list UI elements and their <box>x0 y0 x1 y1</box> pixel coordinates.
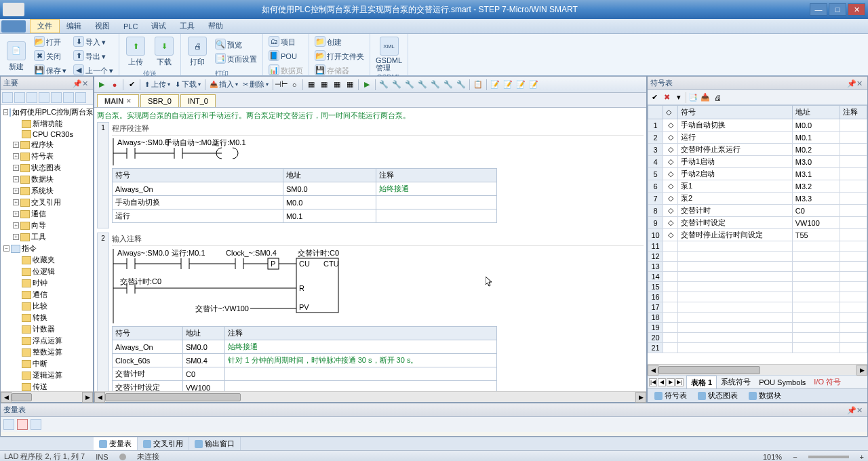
tree-tool-2[interactable] <box>14 92 25 103</box>
ladder-area[interactable]: 两台泵。实现两台泵的自动运行和手动运行。两台泵定时交替运行，同一时间不能运行两台… <box>94 108 646 391</box>
run-button[interactable]: ▶ <box>96 79 108 91</box>
tree-item[interactable]: 转换 <box>2 312 92 323</box>
tree-item[interactable]: 计数器 <box>2 323 92 335</box>
symbol-row[interactable]: 2◇运行M0.1 <box>648 132 867 144</box>
tree-item[interactable]: −如何使用PLC控制两台泵并且 <box>2 106 92 118</box>
ladder-content[interactable]: 两台泵。实现两台泵的自动运行和手动运行。两台泵定时交替运行，同一时间不能运行两台… <box>94 108 646 391</box>
tree-hscroll[interactable]: ◀▶ <box>1 391 93 402</box>
editor-hscroll[interactable]: ◀▶ <box>94 391 646 402</box>
compile-button[interactable]: ✔ <box>125 79 138 91</box>
tb-coil-icon[interactable]: ○ <box>288 79 300 91</box>
toolbar-download[interactable]: ⬇下载▾ <box>173 79 203 89</box>
datapage-button[interactable]: 📊数据页 <box>266 64 306 77</box>
symbol-row[interactable]: 6◇泵1M3.2 <box>648 180 867 193</box>
pagesetup-button[interactable]: 📑页面设置 <box>212 52 260 66</box>
tree-item[interactable]: 收藏夹 <box>2 254 92 266</box>
zoom-in-button[interactable]: + <box>860 453 864 461</box>
panel-pin-icon[interactable]: 📌 <box>847 406 855 414</box>
symbol-row[interactable]: 9◇交替计时设定VW100 <box>648 217 867 229</box>
symbol-row[interactable]: 15 <box>648 282 867 292</box>
tree-item[interactable]: +符号表 <box>2 151 92 162</box>
nav-prev[interactable]: ◀ <box>658 378 666 386</box>
tree-tool-6[interactable] <box>63 92 74 103</box>
symbol-row[interactable]: 21 <box>648 343 867 353</box>
symbol-row[interactable]: 5◇手动2启动M3.1 <box>648 168 867 180</box>
tree-item[interactable]: 比较 <box>2 300 92 312</box>
menu-debug[interactable]: 调试 <box>144 20 173 33</box>
nav-first[interactable]: |◀ <box>649 378 657 386</box>
tree-item[interactable]: CPU CR30s <box>2 129 92 139</box>
tab-table1[interactable]: 表格 1 <box>686 376 717 389</box>
close-file-button[interactable]: ✖关闭 <box>31 49 69 63</box>
memory-button[interactable]: 💾存储器 <box>312 64 367 77</box>
menu-file[interactable]: 文件 <box>30 19 60 33</box>
tab-system-symbols[interactable]: 系统符号 <box>717 376 755 388</box>
tree-item[interactable]: +通信 <box>2 208 92 220</box>
menu-plc[interactable]: PLC <box>117 21 144 32</box>
symbol-row[interactable]: 14 <box>648 272 867 282</box>
project-tree[interactable]: −如何使用PLC控制两台泵并且新增功能CPU CR30s+程序块+符号表+状态图… <box>1 105 93 391</box>
tree-item[interactable]: 逻辑运算 <box>2 369 92 381</box>
symbol-row[interactable]: 17 <box>648 302 867 313</box>
tb-icon-17[interactable]: 📝 <box>528 79 540 91</box>
tb-icon-7[interactable]: 🔧 <box>391 79 403 91</box>
tb-icon-5[interactable]: ▶ <box>361 79 373 91</box>
tree-item[interactable]: 整数运算 <box>2 346 92 358</box>
sym-tool-6[interactable]: 🖨 <box>712 92 723 103</box>
symbol-row[interactable]: 10◇交替时停止运行时间设定T55 <box>648 229 867 241</box>
tree-tool-1[interactable] <box>2 92 13 103</box>
symbol-row[interactable]: 18 <box>648 313 867 323</box>
upload-button[interactable]: ⬆上传 <box>122 35 149 68</box>
symbol-row[interactable]: 3◇交替时停止泵运行M0.2 <box>648 144 867 156</box>
symbol-row[interactable]: 4◇手动1启动M3.0 <box>648 156 867 168</box>
tab-io-symbols[interactable]: I/O 符号 <box>810 376 845 388</box>
save-button[interactable]: 💾保存 ▾ <box>31 64 69 77</box>
tree-item[interactable]: +数据块 <box>2 174 92 185</box>
sym-tool-1[interactable]: ✔ <box>649 92 660 103</box>
import-button[interactable]: ⬇导入 ▾ <box>71 35 116 49</box>
tree-item[interactable]: 浮点运算 <box>2 335 92 346</box>
tb-icon-13[interactable]: 📋 <box>472 79 484 91</box>
ladder-rung[interactable]: Always~:SM0.0运行:M0.1Clock_~:SM0.4P交替计时:C… <box>112 249 492 323</box>
sym-tool-4[interactable]: 📑 <box>688 92 698 103</box>
tb-icon-4[interactable]: ▦ <box>344 79 356 91</box>
btab-crossref[interactable]: 交叉引用 <box>138 437 189 450</box>
editor-tab[interactable]: INT_0 <box>180 94 216 107</box>
download-button[interactable]: ⬇下载 <box>151 35 178 68</box>
tree-item[interactable]: 中断 <box>2 358 92 369</box>
tb-icon-11[interactable]: 🔧 <box>442 79 454 91</box>
btab-vartable[interactable]: 变量表 <box>94 437 138 450</box>
toolbar-insert[interactable]: 📥插入▾ <box>208 79 240 89</box>
tree-tool-5[interactable] <box>51 92 62 103</box>
nav-next[interactable]: ▶ <box>667 378 675 386</box>
toolbar-upload[interactable]: ⬆上传▾ <box>142 79 172 89</box>
btab-output[interactable]: 输出窗口 <box>189 437 241 450</box>
preview-button[interactable]: 🔍预览 <box>212 38 260 52</box>
nav-last[interactable]: ▶| <box>675 378 684 386</box>
gsdml-button[interactable]: XMLGSDML 管理 <box>373 35 405 73</box>
sym-tool-3[interactable]: ▾ <box>673 92 684 103</box>
tb-icon-6[interactable]: 🔧 <box>378 79 390 91</box>
tree-item[interactable]: 通信 <box>2 289 92 300</box>
prev-button[interactable]: ◀上一个 ▾ <box>71 64 116 77</box>
tree-item[interactable]: −指令 <box>2 243 92 254</box>
btab-status[interactable]: 状态图表 <box>694 389 742 402</box>
new-button[interactable]: 📄 新建 <box>3 40 30 73</box>
network-comment[interactable]: 输入注释 <box>112 233 644 246</box>
create-button[interactable]: 📁创建 <box>312 35 367 49</box>
symbol-row[interactable]: 20 <box>648 333 867 343</box>
project-button[interactable]: 🗂项目 <box>266 35 306 49</box>
tree-item[interactable]: +系统块 <box>2 185 92 197</box>
symbol-row[interactable]: 12 <box>648 252 867 262</box>
openfolder-button[interactable]: 📂打开文件夹 <box>312 49 367 63</box>
symbol-row[interactable]: 8◇交替计时C0 <box>648 205 867 217</box>
tree-item[interactable]: +交叉引用 <box>2 197 92 208</box>
editor-tab[interactable]: SBR_0 <box>140 94 179 107</box>
panel-pin-icon[interactable]: 📌 <box>73 79 81 87</box>
tree-tool-7[interactable] <box>75 92 86 103</box>
tb-icon-3[interactable]: ▦ <box>331 79 343 91</box>
tree-item[interactable]: +程序块 <box>2 139 92 151</box>
tb-icon-16[interactable]: 📝 <box>515 79 527 91</box>
minimize-button[interactable]: — <box>810 3 827 16</box>
menu-tools[interactable]: 工具 <box>173 20 201 33</box>
